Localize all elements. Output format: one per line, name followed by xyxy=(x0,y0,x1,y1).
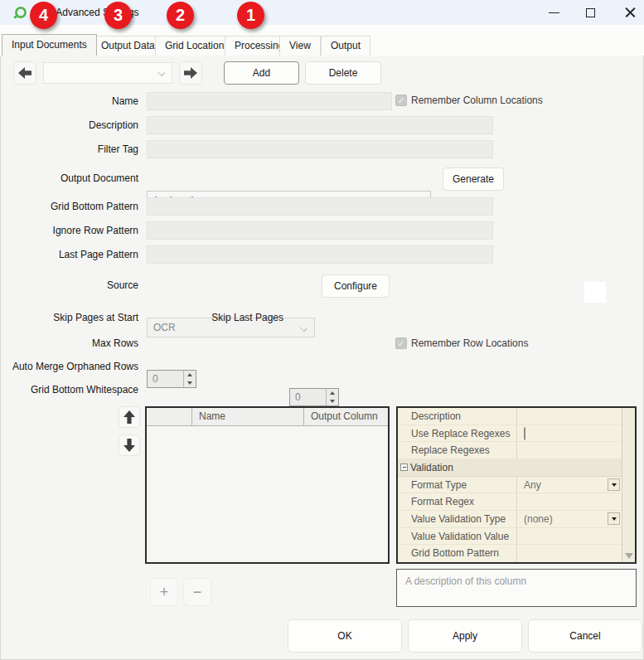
step-up-icon xyxy=(330,391,335,395)
maximize-icon xyxy=(586,8,595,17)
cancel-button-label: Cancel xyxy=(569,630,600,642)
tab-grid-location[interactable]: Grid Location xyxy=(155,36,234,56)
chevron-down-icon xyxy=(300,324,307,332)
stepper-arrows[interactable] xyxy=(183,371,196,387)
close-icon xyxy=(625,7,636,18)
arrow-right-icon xyxy=(184,67,197,79)
property-value[interactable] xyxy=(516,528,622,545)
name-column-header[interactable]: Name xyxy=(192,408,304,425)
tab-output-data[interactable]: Output Data xyxy=(91,36,165,56)
app-logo-icon xyxy=(13,6,27,20)
generate-button[interactable]: Generate xyxy=(443,167,504,191)
property-row-grid-bottom-pattern[interactable]: Grid Bottom Pattern xyxy=(398,545,622,562)
generate-button-label: Generate xyxy=(453,173,494,185)
property-grid-scrollbar[interactable] xyxy=(622,408,635,562)
move-column-down-button[interactable] xyxy=(119,434,140,456)
grid-bottom-whitespace-label: Grid Bottom Whitespace xyxy=(0,381,138,399)
annotation-badge-4[interactable]: 4 xyxy=(30,2,57,29)
property-value[interactable]: Any xyxy=(516,477,622,493)
last-page-pattern-field[interactable] xyxy=(147,245,493,264)
property-label: Value Validation Value xyxy=(411,528,516,545)
column-property-grid[interactable]: Description Use Replace Regexes Replace … xyxy=(396,406,637,564)
add-column-button[interactable]: + xyxy=(150,578,178,606)
step-up-icon xyxy=(187,373,192,376)
value-validation-type-dropdown-button[interactable] xyxy=(608,512,620,525)
tab-output[interactable]: Output xyxy=(321,36,370,56)
annotation-badge-1[interactable]: 1 xyxy=(237,2,264,29)
plus-icon: + xyxy=(160,584,169,601)
property-value[interactable] xyxy=(516,545,622,562)
previous-document-button[interactable] xyxy=(13,61,36,85)
cancel-button[interactable]: Cancel xyxy=(528,619,642,653)
grid-bottom-pattern-field[interactable] xyxy=(147,197,493,216)
apply-button-label: Apply xyxy=(453,630,477,642)
property-row-format-type[interactable]: Format Type Any xyxy=(398,477,622,494)
badge-number: 2 xyxy=(176,6,185,25)
output-column-header[interactable]: Output Column xyxy=(304,408,388,425)
maximize-button[interactable] xyxy=(576,0,604,25)
add-button[interactable]: Add xyxy=(224,61,299,85)
apply-button[interactable]: Apply xyxy=(408,619,522,653)
property-row-value-validation-value[interactable]: Value Validation Value xyxy=(398,528,622,546)
configure-button[interactable]: Configure xyxy=(322,274,390,298)
property-label: Use Replace Regexes xyxy=(411,425,516,442)
tab-view[interactable]: View xyxy=(279,36,321,56)
property-value[interactable] xyxy=(516,442,622,459)
property-value[interactable] xyxy=(516,425,622,442)
property-value[interactable] xyxy=(516,493,622,510)
name-field[interactable] xyxy=(147,92,392,110)
description-field[interactable] xyxy=(147,116,493,134)
tab-label: Processing xyxy=(235,40,283,51)
column-description-placeholder: A description of this column xyxy=(405,575,526,587)
filter-tag-label: Filter Tag xyxy=(0,140,138,158)
remember-column-locations-label: Remember Column Locations xyxy=(411,94,543,107)
skip-pages-at-start-value: 0 xyxy=(153,373,158,385)
tab-input-documents[interactable]: Input Documents xyxy=(2,34,97,56)
property-row-replace-regexes[interactable]: Replace Regexes xyxy=(398,442,622,459)
property-label: Format Type xyxy=(411,477,516,493)
ok-button[interactable]: OK xyxy=(288,619,402,653)
stray-white-square xyxy=(584,282,606,303)
source-label: Source xyxy=(0,276,138,294)
filter-tag-field[interactable] xyxy=(147,140,493,158)
tab-label: Grid Location xyxy=(165,40,224,51)
ok-button-label: OK xyxy=(337,630,351,642)
badge-number: 4 xyxy=(39,6,48,25)
skip-last-pages-value: 0 xyxy=(295,391,301,403)
close-button[interactable] xyxy=(616,0,644,25)
remember-column-locations-checkbox[interactable] xyxy=(395,95,407,106)
use-replace-regexes-checkbox[interactable] xyxy=(524,427,525,440)
skip-last-pages-stepper[interactable]: 0 xyxy=(289,388,339,406)
delete-button-label: Delete xyxy=(329,67,358,79)
tab-label: Output Data xyxy=(101,40,155,51)
next-document-button[interactable] xyxy=(179,61,202,85)
arrow-down-icon xyxy=(123,439,135,452)
column-description-field[interactable]: A description of this column xyxy=(396,569,637,607)
skip-pages-at-start-stepper[interactable]: 0 xyxy=(147,370,196,388)
property-value[interactable]: (none) xyxy=(516,511,622,527)
scroll-down-icon xyxy=(625,553,633,559)
format-type-dropdown-button[interactable] xyxy=(608,478,620,491)
annotation-badge-2[interactable]: 2 xyxy=(167,2,194,29)
property-value[interactable] xyxy=(516,408,622,425)
document-selector[interactable] xyxy=(43,62,172,84)
move-column-up-button[interactable] xyxy=(119,406,140,428)
remove-column-button[interactable]: − xyxy=(183,578,211,606)
arrow-up-icon xyxy=(123,410,135,424)
minimize-icon xyxy=(549,12,559,13)
property-label: Value Validation Type xyxy=(411,511,516,527)
property-row-value-validation-type[interactable]: Value Validation Type (none) xyxy=(398,511,622,528)
annotation-badge-3[interactable]: 3 xyxy=(104,2,132,29)
collapse-icon[interactable] xyxy=(400,463,408,471)
property-row-description[interactable]: Description xyxy=(398,408,622,425)
remember-row-locations-checkbox[interactable] xyxy=(395,337,407,349)
minimize-button[interactable] xyxy=(540,0,568,25)
columns-table[interactable]: Name Output Column xyxy=(145,406,390,564)
ignore-row-pattern-field[interactable] xyxy=(147,221,493,240)
property-category-validation[interactable]: Validation xyxy=(398,459,622,477)
minus-icon: − xyxy=(193,584,202,601)
stepper-arrows[interactable] xyxy=(326,389,338,405)
delete-button[interactable]: Delete xyxy=(305,61,381,85)
property-row-format-regex[interactable]: Format Regex xyxy=(398,493,622,511)
property-row-use-replace-regexes[interactable]: Use Replace Regexes xyxy=(398,425,622,443)
